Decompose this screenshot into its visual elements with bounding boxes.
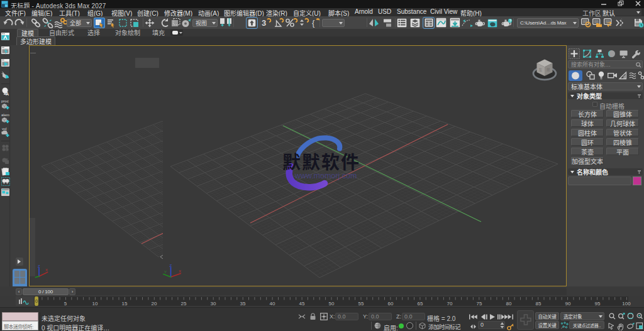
svg-text:80: 80	[506, 301, 512, 307]
svg-text:默默软件: 默默软件	[282, 148, 360, 174]
svg-text:X: X	[179, 269, 181, 273]
svg-text:90: 90	[565, 301, 571, 307]
svg-text:50: 50	[329, 301, 335, 307]
svg-text:30: 30	[211, 301, 216, 307]
svg-text:40: 40	[270, 301, 275, 307]
svg-text:45: 45	[299, 301, 305, 307]
svg-text:55: 55	[358, 301, 364, 307]
svg-text:www.momorj.com: www.momorj.com	[294, 171, 357, 180]
svg-text:85: 85	[536, 301, 541, 307]
svg-text:65: 65	[418, 301, 423, 307]
svg-text:Z: Z	[38, 264, 40, 268]
svg-text:100: 100	[622, 301, 631, 307]
svg-text:20: 20	[152, 301, 157, 307]
svg-text:70: 70	[447, 301, 453, 307]
svg-text:10: 10	[92, 301, 98, 307]
svg-text:X: X	[45, 268, 48, 272]
svg-text:95: 95	[595, 301, 601, 307]
svg-text:前: 前	[547, 67, 550, 72]
svg-text:Z: Z	[170, 264, 172, 268]
svg-text:15: 15	[122, 301, 128, 307]
svg-text:5: 5	[64, 301, 67, 307]
svg-text:Y: Y	[164, 270, 167, 274]
svg-text:75: 75	[477, 301, 482, 307]
svg-text:60: 60	[388, 301, 394, 307]
svg-text:25: 25	[181, 301, 187, 307]
svg-text:左: 左	[539, 67, 543, 72]
svg-text:35: 35	[240, 301, 246, 307]
